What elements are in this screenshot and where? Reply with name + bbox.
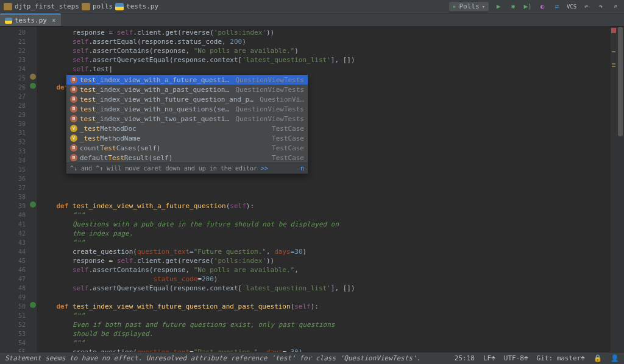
- autocomplete-item[interactable]: mcountTestCases(self)TestCase: [66, 143, 308, 153]
- git-branch[interactable]: Git: master≑: [537, 354, 585, 362]
- scrollbar-thumb[interactable]: [618, 27, 623, 136]
- error-stripe: [611, 27, 617, 352]
- crumb-file[interactable]: tests.py: [115, 2, 158, 10]
- crumb-folder[interactable]: polls: [82, 2, 113, 10]
- autocomplete-item[interactable]: mtest_index_view_with_two_past_questions…: [66, 114, 308, 124]
- method-icon: m: [70, 86, 77, 93]
- folder-icon: [82, 3, 90, 10]
- editor-tabs: tests.py×: [0, 13, 624, 27]
- hector-icon[interactable]: 👤: [611, 354, 619, 362]
- autocomplete-hint: ^↓ and ^↑ will move caret down and up in…: [66, 163, 308, 173]
- autocomplete-item[interactable]: mtest_index_view_with_no_questions(self)…: [66, 104, 308, 114]
- warn-mark[interactable]: [612, 63, 615, 65]
- tab-tests-py[interactable]: tests.py×: [0, 13, 61, 26]
- vertical-scrollbar[interactable]: [617, 27, 624, 352]
- autocomplete-item[interactable]: mdefaultTestResult(self)TestCase: [66, 153, 308, 163]
- warn-mark[interactable]: [612, 51, 615, 52]
- run-marker[interactable]: [30, 302, 36, 308]
- navbar: djtp_first_steps polls tests.py ▸Polls▾ …: [0, 0, 624, 13]
- vcs-label: VCS: [567, 2, 576, 12]
- autocomplete-item[interactable]: v_testMethodNameTestCase: [66, 133, 308, 143]
- more-link[interactable]: >>: [261, 165, 268, 172]
- history-icon[interactable]: ↶: [581, 2, 591, 12]
- file-encoding[interactable]: UTF-8≑: [504, 354, 528, 362]
- field-icon: v: [70, 135, 77, 142]
- method-icon: m: [70, 76, 77, 83]
- python-icon: [5, 18, 12, 24]
- method-icon: m: [70, 115, 77, 122]
- method-icon: m: [70, 96, 77, 103]
- dropdown-icon: ▾: [482, 4, 485, 10]
- search-icon[interactable]: ⌕: [611, 2, 620, 12]
- breadcrumbs: djtp_first_steps polls tests.py: [4, 2, 158, 10]
- method-icon: m: [70, 105, 77, 113]
- coverage-button[interactable]: ▶): [523, 2, 533, 12]
- run-marker[interactable]: [30, 83, 36, 89]
- autocomplete-popup[interactable]: mtest_index_view_with_a_future_question(…: [66, 74, 308, 174]
- gutter: 2021222324252627282930313233343536373839…: [0, 27, 29, 352]
- warning-marker[interactable]: [30, 74, 36, 80]
- readonly-icon[interactable]: 🔒: [594, 354, 602, 362]
- gutter-marks: [29, 27, 37, 352]
- field-icon: v: [70, 125, 77, 132]
- autocomplete-item[interactable]: v_testMethodDocTestCase: [66, 124, 308, 133]
- run-config-selector[interactable]: ▸Polls▾: [449, 2, 489, 11]
- close-icon[interactable]: ×: [52, 16, 56, 24]
- status-bar: Statement seems to have no effect. Unres…: [0, 352, 624, 364]
- warn-mark[interactable]: [612, 66, 615, 67]
- debug-button[interactable]: ✱: [508, 2, 518, 12]
- run-button[interactable]: ▶: [494, 2, 503, 12]
- run-marker[interactable]: [30, 201, 36, 208]
- caret-position[interactable]: 25:18: [455, 354, 475, 362]
- redo-icon[interactable]: ↷: [596, 2, 606, 12]
- crumb-label: polls: [93, 2, 113, 10]
- crumb-label: tests.py: [126, 2, 158, 10]
- method-icon: m: [70, 154, 77, 161]
- autocomplete-item[interactable]: mtest_index_view_with_a_future_question(…: [66, 75, 308, 85]
- editor[interactable]: 2021222324252627282930313233343536373839…: [0, 27, 624, 352]
- status-message: Statement seems to have no effect. Unres…: [5, 354, 446, 362]
- crumb-label: djtp_first_steps: [15, 2, 79, 10]
- vcs-update-icon[interactable]: ⇄: [552, 2, 562, 12]
- line-separator[interactable]: LF≑: [483, 354, 495, 362]
- python-icon: [115, 3, 124, 10]
- error-indicator[interactable]: [611, 28, 616, 33]
- profiler-button[interactable]: ◐: [537, 2, 547, 12]
- method-icon: m: [70, 144, 77, 152]
- toolbar: ▸Polls▾ ▶ ✱ ▶) ◐ ⇄ VCS ↶ ↷ ⌕: [449, 2, 620, 12]
- autocomplete-item[interactable]: mtest_index_view_with_a_past_question(se…: [66, 85, 308, 94]
- folder-icon: [4, 3, 12, 10]
- crumb-project[interactable]: djtp_first_steps: [4, 2, 79, 10]
- autocomplete-item[interactable]: mtest_index_view_with_future_question_an…: [66, 94, 308, 104]
- run-icon: ▸: [453, 2, 457, 10]
